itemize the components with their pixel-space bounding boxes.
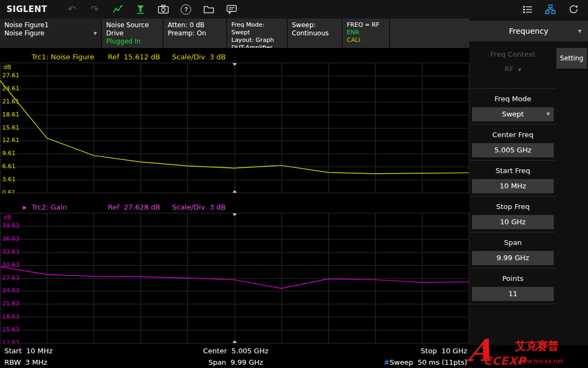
console-button[interactable] <box>224 2 240 17</box>
measurement-info-bar: Noise Figure1 Noise Figure ▼ Noise Sourc… <box>0 19 469 48</box>
network-icon <box>545 4 556 15</box>
undo-icon: ↶ <box>68 3 76 15</box>
menu-item-start-freq: Start Freq 10 MHz <box>470 161 555 197</box>
center-marker-down-icon <box>232 213 237 216</box>
frequency-menu-items: Freq Context RF▼ Freq Mode Swept ▼ Cente… <box>470 44 555 304</box>
trace2-plot[interactable]: dB39.6336.6333.6330.6327.6324.6321.6318.… <box>0 213 469 344</box>
trace2-header: ▶ Trc2: Gain Ref 27.628 dB Scale/Div 3 d… <box>0 202 469 212</box>
y-axis-tick-label: 18.63 <box>2 314 20 320</box>
y-axis-tick-label: 33.63 <box>2 249 20 255</box>
file-button[interactable] <box>201 2 217 17</box>
center-marker-up-icon <box>232 190 237 193</box>
sweep-readout: #Sweep 50 ms (11pts) <box>353 358 469 366</box>
chart-area: Trc1: Noise Figure Ref 15.612 dB Scale/D… <box>0 48 469 345</box>
y-axis-tick-label: 15.63 <box>2 327 20 333</box>
status-row-2: RBW 3 MHz Span 9.99 GHz #Sweep 50 ms (11… <box>0 357 469 368</box>
menu-title: Frequency <box>509 27 548 35</box>
redo-button[interactable]: ↷ <box>87 2 103 17</box>
trace1-ref-level: Ref 15.612 dB <box>108 53 172 61</box>
measurement-selector[interactable]: Noise Figure1 Noise Figure ▼ <box>0 19 101 48</box>
points-field[interactable]: 11 <box>472 287 554 301</box>
start-freq-field[interactable]: 10 MHz <box>472 179 554 193</box>
measurement-name: Noise Figure1 <box>4 21 97 29</box>
freq-mode-value: Freq Mode: Swept <box>231 21 283 36</box>
y-axis-tick-label: 3.61 <box>2 176 16 183</box>
watermark-url: www.hncxa.net <box>517 358 563 365</box>
refresh-icon <box>568 4 579 15</box>
infobar-filler <box>390 19 469 48</box>
noise-source-label: Noise Source Drive <box>106 21 158 38</box>
noise-source-button[interactable] <box>109 2 126 17</box>
redo-icon: ↷ <box>90 3 99 15</box>
network-button[interactable] <box>542 2 559 17</box>
freq-context-item-disabled: Freq Context RF▼ <box>470 50 555 89</box>
preset-list-button[interactable] <box>519 2 536 17</box>
calibration-icon <box>135 4 146 15</box>
freq-context-label: Freq Context <box>470 50 555 58</box>
stop-freq-readout: Stop 10 GHz <box>353 347 469 355</box>
screenshot-button[interactable] <box>155 2 171 17</box>
folder-icon <box>203 4 215 15</box>
atten-preamp-cell: Atten: 0 dB Preamp: On <box>163 19 226 48</box>
start-freq-label: Start Freq <box>495 167 530 175</box>
sweep-mode-cell: Sweep: Continuous <box>287 19 342 48</box>
stop-freq-field[interactable]: 10 GHz <box>472 215 554 229</box>
freq-mode-select[interactable]: Swept ▼ <box>472 107 554 121</box>
center-freq-label: Center Freq <box>492 131 534 139</box>
start-freq-readout: Start 10 MHz <box>0 347 119 355</box>
center-marker-up-icon <box>232 340 237 343</box>
freq-mode-label: Freq Mode <box>494 95 531 103</box>
help-icon: ? <box>181 4 191 15</box>
trace2-name[interactable]: Trc2: Gain <box>32 203 108 211</box>
noise-source-status: Plugged In <box>106 38 158 46</box>
y-axis-tick-label: 39.63 <box>2 223 20 229</box>
trace2-ref-level: Ref 27.628 dB <box>108 203 172 211</box>
toolbar: SIGLENT ↶ ↷ ? <box>0 0 588 19</box>
y-axis-unit: dB <box>3 64 11 71</box>
restore-button[interactable] <box>565 2 581 17</box>
help-button[interactable]: ? <box>178 2 194 17</box>
y-axis-tick-label: 24.63 <box>2 287 20 294</box>
tab-setting[interactable]: Setting <box>556 48 587 69</box>
message-icon <box>226 4 237 15</box>
span-field[interactable]: 9.99 GHz <box>472 251 554 265</box>
enr-status: ENR <box>347 29 385 36</box>
trace1-plot[interactable]: dB27.6124.6121.6118.6115.6112.619.616.61… <box>0 63 469 193</box>
atten-value: Atten: 0 dB <box>168 21 222 29</box>
mode-layout-dut-cell: Freq Mode: Swept Layout: Graph DUT:Ampli… <box>227 19 287 48</box>
y-axis-tick-label: 18.61 <box>2 112 20 118</box>
y-axis-tick-label: 27.63 <box>2 275 20 281</box>
trace2-scale-per-div: Scale/Div 3 dB <box>172 203 226 211</box>
menu-header-frequency[interactable]: Frequency ▼ <box>469 21 588 41</box>
y-axis-tick-label: 30.63 <box>2 262 20 268</box>
sweep-mode-value: Sweep: Continuous <box>292 21 338 38</box>
center-marker-down-icon <box>232 63 237 66</box>
brand-logo: SIGLENT <box>7 4 47 14</box>
trace2-marker-icon: ▶ <box>23 205 32 210</box>
span-readout: Span 9.99 GHz <box>119 358 353 366</box>
y-axis-tick-label: 27.61 <box>2 72 20 79</box>
y-axis-tick-label: 12.63 <box>2 340 20 344</box>
list-icon <box>522 4 533 15</box>
app-root: SIGLENT ↶ ↷ ? <box>0 0 588 368</box>
chevron-down-icon: ▼ <box>94 29 97 38</box>
menu-item-stop-freq: Stop Freq 10 GHz <box>470 197 555 232</box>
freq-rf-value: FREQ = RF <box>347 21 385 29</box>
y-axis-unit: dB <box>3 214 11 221</box>
undo-button[interactable]: ↶ <box>64 2 80 17</box>
stop-freq-label: Stop Freq <box>496 203 530 211</box>
menu-item-center-freq: Center Freq 5.005 GHz <box>470 125 555 161</box>
menu-item-freq-mode: Freq Mode Swept ▼ <box>470 89 555 125</box>
chevron-down-icon: ▼ <box>518 68 521 72</box>
calibration-button[interactable] <box>132 2 149 17</box>
dut-value: DUT:Amplifier <box>231 44 283 48</box>
y-axis-tick-label: 0.61 <box>2 189 16 193</box>
freq-context-value: RF▼ <box>470 65 555 73</box>
camera-icon <box>157 4 169 15</box>
noise-source-status-cell: Noise Source Drive Plugged In <box>102 19 163 48</box>
trace1-header: Trc1: Noise Figure Ref 15.612 dB Scale/D… <box>0 52 469 62</box>
center-freq-field[interactable]: 5.005 GHz <box>472 143 554 157</box>
menu-item-points: Points 11 <box>470 268 555 304</box>
noise-source-icon <box>112 4 123 15</box>
trace1-name[interactable]: Trc1: Noise Figure <box>32 53 108 61</box>
